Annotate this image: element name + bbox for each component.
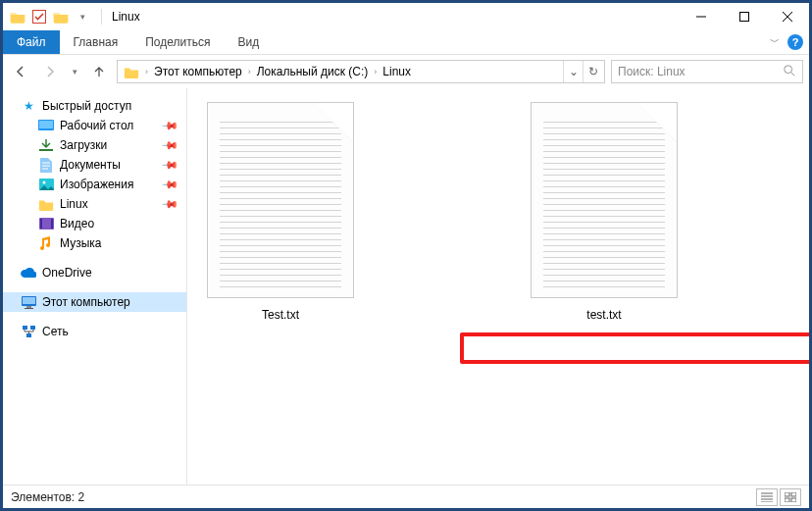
- svg-rect-12: [23, 297, 35, 304]
- ribbon-tab-view[interactable]: Вид: [224, 30, 273, 54]
- help-icon[interactable]: ?: [787, 34, 803, 50]
- sidebar-item-label: Сеть: [42, 325, 69, 338]
- svg-rect-21: [791, 498, 796, 502]
- pin-icon: 📌: [160, 194, 178, 213]
- status-bar: Элементов: 2: [3, 485, 809, 508]
- breadcrumb-item[interactable]: Linux: [379, 65, 415, 78]
- chevron-right-icon[interactable]: ›: [143, 67, 150, 77]
- view-switcher: [756, 488, 801, 506]
- main-area: ★ Быстрый доступ Рабочий стол 📌 Загрузки…: [3, 88, 809, 485]
- svg-point-2: [785, 65, 792, 73]
- svg-rect-16: [30, 326, 35, 330]
- breadcrumb-item[interactable]: Локальный диск (C:): [253, 65, 373, 78]
- star-icon: ★: [21, 98, 36, 114]
- svg-point-7: [42, 181, 45, 184]
- sidebar-item-quick-access[interactable]: ★ Быстрый доступ: [3, 96, 186, 116]
- sidebar-item-label: Быстрый доступ: [42, 99, 131, 113]
- content-pane[interactable]: Test.txt test.txt: [187, 88, 809, 485]
- svg-rect-4: [39, 121, 53, 128]
- qat-dropdown-icon[interactable]: ▾: [74, 8, 91, 26]
- file-name: Test.txt: [262, 308, 299, 322]
- search-placeholder: Поиск: Linux: [618, 65, 783, 78]
- pin-icon: 📌: [160, 175, 178, 193]
- text-file-icon: [531, 102, 678, 298]
- sidebar-item-label: Видео: [60, 217, 94, 230]
- ribbon-collapse-icon[interactable]: ﹀: [770, 35, 780, 49]
- sidebar-item-label: Музыка: [60, 236, 101, 250]
- folder-icon: [52, 8, 70, 26]
- sidebar-item-label: Загрузки: [60, 138, 107, 152]
- checkbox-icon[interactable]: [30, 8, 48, 26]
- svg-rect-20: [785, 498, 789, 502]
- pin-icon: 📌: [160, 135, 178, 154]
- file-name: test.txt: [586, 308, 621, 322]
- ribbon-tab-share[interactable]: Поделиться: [131, 30, 224, 54]
- maximize-button[interactable]: [723, 3, 766, 30]
- tab-label: Поделиться: [145, 35, 210, 49]
- file-item[interactable]: Test.txt: [207, 102, 354, 322]
- crumb-label: Локальный диск (C:): [257, 65, 369, 78]
- sidebar-item-label: Рабочий стол: [60, 119, 133, 132]
- svg-rect-18: [785, 492, 789, 496]
- sidebar-item-label: Этот компьютер: [42, 295, 130, 309]
- sidebar-item-music[interactable]: Музыка: [3, 233, 186, 253]
- sidebar-item-pictures[interactable]: Изображения 📌: [3, 175, 186, 194]
- address-history-icon[interactable]: ⌄: [563, 61, 583, 82]
- title-bar: ▾ Linux: [3, 3, 809, 30]
- status-item-count: Элементов: 2: [11, 490, 84, 504]
- sidebar-item-documents[interactable]: Документы 📌: [3, 155, 186, 175]
- desktop-icon: [38, 118, 54, 133]
- search-icon: [783, 64, 796, 80]
- breadcrumb-root-icon[interactable]: [120, 66, 143, 78]
- sidebar-item-this-pc[interactable]: Этот компьютер: [3, 292, 186, 312]
- sidebar-item-videos[interactable]: Видео: [3, 214, 186, 233]
- monitor-icon: [21, 294, 36, 310]
- downloads-icon: [38, 137, 54, 153]
- folder-icon: [9, 8, 26, 26]
- sidebar-item-onedrive[interactable]: OneDrive: [3, 263, 186, 282]
- sidebar-item-network[interactable]: Сеть: [3, 322, 186, 341]
- ribbon: Файл Главная Поделиться Вид ﹀ ?: [3, 30, 809, 55]
- ribbon-file-tab[interactable]: Файл: [3, 30, 60, 54]
- text-file-icon: [207, 102, 354, 298]
- tab-label: Главная: [74, 35, 119, 49]
- svg-rect-15: [23, 326, 27, 330]
- sidebar-item-label: Изображения: [60, 178, 133, 191]
- cloud-icon: [21, 265, 36, 281]
- svg-rect-19: [791, 492, 796, 496]
- svg-rect-14: [25, 308, 33, 309]
- navigation-pane: ★ Быстрый доступ Рабочий стол 📌 Загрузки…: [3, 88, 187, 485]
- recent-locations-icon[interactable]: ▾: [68, 60, 81, 83]
- separator: [101, 9, 102, 25]
- file-tab-label: Файл: [17, 35, 46, 49]
- chevron-right-icon[interactable]: ›: [372, 67, 379, 77]
- crumb-label: Этот компьютер: [154, 65, 242, 78]
- file-item[interactable]: test.txt: [531, 102, 678, 322]
- close-button[interactable]: [766, 3, 809, 30]
- network-icon: [21, 324, 36, 339]
- sidebar-item-downloads[interactable]: Загрузки 📌: [3, 135, 186, 155]
- pictures-icon: [38, 177, 54, 192]
- videos-icon: [38, 216, 54, 231]
- refresh-icon[interactable]: ↻: [583, 61, 602, 82]
- forward-button[interactable]: [38, 60, 62, 83]
- search-input[interactable]: Поиск: Linux: [611, 60, 803, 83]
- minimize-button[interactable]: [680, 3, 723, 30]
- details-view-button[interactable]: [756, 488, 778, 506]
- ribbon-tab-home[interactable]: Главная: [60, 30, 132, 54]
- nav-bar: ▾ › Этот компьютер › Локальный диск (C:)…: [3, 55, 809, 88]
- sidebar-item-desktop[interactable]: Рабочий стол 📌: [3, 116, 186, 135]
- address-bar[interactable]: › Этот компьютер › Локальный диск (C:) ›…: [117, 60, 605, 83]
- svg-rect-9: [40, 219, 42, 229]
- svg-rect-17: [26, 333, 31, 337]
- chevron-right-icon[interactable]: ›: [246, 67, 253, 77]
- up-button[interactable]: [87, 60, 111, 83]
- sidebar-item-folder[interactable]: Linux 📌: [3, 194, 186, 214]
- breadcrumb-item[interactable]: Этот компьютер: [150, 65, 246, 78]
- pin-icon: 📌: [160, 155, 178, 174]
- large-icons-view-button[interactable]: [780, 488, 801, 506]
- svg-rect-5: [39, 149, 53, 151]
- back-button[interactable]: [9, 60, 32, 83]
- pin-icon: 📌: [160, 116, 178, 134]
- svg-rect-1: [740, 13, 749, 22]
